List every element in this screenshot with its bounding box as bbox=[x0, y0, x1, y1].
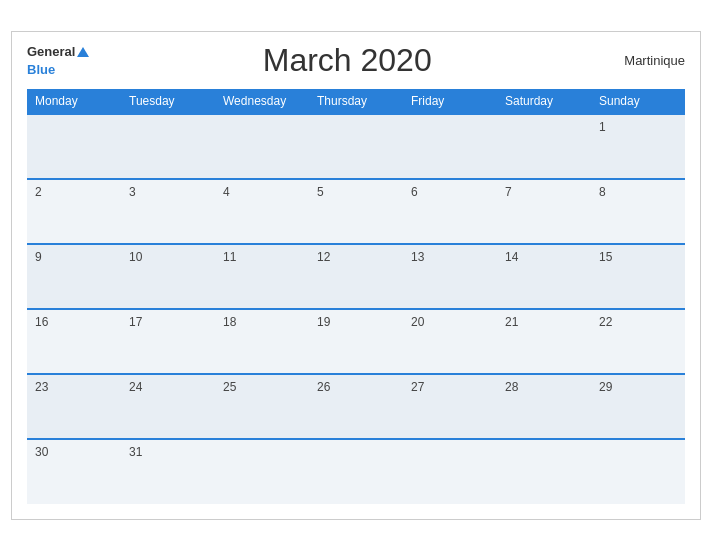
calendar-day-cell: 9 bbox=[27, 244, 121, 309]
day-number: 4 bbox=[223, 185, 230, 199]
logo-area: General Blue bbox=[27, 42, 89, 77]
calendar-day-cell: 10 bbox=[121, 244, 215, 309]
logo-general-text: General bbox=[27, 44, 75, 59]
day-number: 11 bbox=[223, 250, 236, 264]
calendar-week-row: 9101112131415 bbox=[27, 244, 685, 309]
calendar-day-cell: 4 bbox=[215, 179, 309, 244]
calendar-day-cell: 16 bbox=[27, 309, 121, 374]
calendar-day-cell: 23 bbox=[27, 374, 121, 439]
calendar-day-cell: 13 bbox=[403, 244, 497, 309]
calendar-day-cell: 25 bbox=[215, 374, 309, 439]
calendar-day-cell bbox=[121, 114, 215, 179]
day-number: 25 bbox=[223, 380, 236, 394]
day-number: 2 bbox=[35, 185, 42, 199]
calendar-container: General Blue March 2020 Martinique Monda… bbox=[11, 31, 701, 520]
calendar-region: Martinique bbox=[605, 53, 685, 68]
calendar-day-cell: 7 bbox=[497, 179, 591, 244]
day-number: 3 bbox=[129, 185, 136, 199]
calendar-day-cell bbox=[591, 439, 685, 504]
calendar-day-cell: 30 bbox=[27, 439, 121, 504]
calendar-day-cell bbox=[309, 439, 403, 504]
calendar-day-cell: 17 bbox=[121, 309, 215, 374]
calendar-day-cell: 8 bbox=[591, 179, 685, 244]
day-number: 7 bbox=[505, 185, 512, 199]
day-number: 1 bbox=[599, 120, 606, 134]
day-number: 14 bbox=[505, 250, 518, 264]
day-number: 13 bbox=[411, 250, 424, 264]
calendar-day-cell: 31 bbox=[121, 439, 215, 504]
calendar-day-cell bbox=[215, 439, 309, 504]
logo-triangle-icon bbox=[77, 47, 89, 57]
calendar-day-cell bbox=[403, 114, 497, 179]
calendar-day-cell bbox=[497, 114, 591, 179]
day-number: 15 bbox=[599, 250, 612, 264]
weekday-header-tuesday: Tuesday bbox=[121, 89, 215, 114]
calendar-title: March 2020 bbox=[89, 42, 605, 79]
day-number: 22 bbox=[599, 315, 612, 329]
day-number: 29 bbox=[599, 380, 612, 394]
calendar-week-row: 3031 bbox=[27, 439, 685, 504]
calendar-day-cell bbox=[403, 439, 497, 504]
calendar-week-row: 2345678 bbox=[27, 179, 685, 244]
calendar-day-cell: 24 bbox=[121, 374, 215, 439]
weekday-header-monday: Monday bbox=[27, 89, 121, 114]
day-number: 21 bbox=[505, 315, 518, 329]
day-number: 17 bbox=[129, 315, 142, 329]
weekday-header-wednesday: Wednesday bbox=[215, 89, 309, 114]
day-number: 12 bbox=[317, 250, 330, 264]
calendar-day-cell: 2 bbox=[27, 179, 121, 244]
calendar-day-cell: 29 bbox=[591, 374, 685, 439]
calendar-day-cell: 12 bbox=[309, 244, 403, 309]
logo-blue-text: Blue bbox=[27, 62, 55, 77]
calendar-day-cell bbox=[497, 439, 591, 504]
calendar-day-cell: 26 bbox=[309, 374, 403, 439]
calendar-day-cell: 15 bbox=[591, 244, 685, 309]
day-number: 24 bbox=[129, 380, 142, 394]
day-number: 10 bbox=[129, 250, 142, 264]
weekday-header-friday: Friday bbox=[403, 89, 497, 114]
calendar-day-cell: 5 bbox=[309, 179, 403, 244]
calendar-day-cell bbox=[215, 114, 309, 179]
calendar-day-cell: 3 bbox=[121, 179, 215, 244]
day-number: 23 bbox=[35, 380, 48, 394]
day-number: 18 bbox=[223, 315, 236, 329]
day-number: 16 bbox=[35, 315, 48, 329]
calendar-week-row: 1 bbox=[27, 114, 685, 179]
calendar-week-row: 23242526272829 bbox=[27, 374, 685, 439]
calendar-day-cell: 20 bbox=[403, 309, 497, 374]
day-number: 8 bbox=[599, 185, 606, 199]
logo-general-line: General bbox=[27, 42, 89, 60]
day-number: 5 bbox=[317, 185, 324, 199]
weekday-header-thursday: Thursday bbox=[309, 89, 403, 114]
calendar-day-cell: 18 bbox=[215, 309, 309, 374]
calendar-day-cell bbox=[27, 114, 121, 179]
day-number: 6 bbox=[411, 185, 418, 199]
day-number: 26 bbox=[317, 380, 330, 394]
weekday-header-row: MondayTuesdayWednesdayThursdayFridaySatu… bbox=[27, 89, 685, 114]
calendar-day-cell: 11 bbox=[215, 244, 309, 309]
calendar-day-cell: 28 bbox=[497, 374, 591, 439]
calendar-header: General Blue March 2020 Martinique bbox=[27, 42, 685, 79]
day-number: 27 bbox=[411, 380, 424, 394]
day-number: 30 bbox=[35, 445, 48, 459]
calendar-day-cell bbox=[309, 114, 403, 179]
calendar-day-cell: 19 bbox=[309, 309, 403, 374]
calendar-day-cell: 22 bbox=[591, 309, 685, 374]
day-number: 19 bbox=[317, 315, 330, 329]
day-number: 31 bbox=[129, 445, 142, 459]
calendar-day-cell: 1 bbox=[591, 114, 685, 179]
calendar-day-cell: 14 bbox=[497, 244, 591, 309]
weekday-header-saturday: Saturday bbox=[497, 89, 591, 114]
calendar-day-cell: 6 bbox=[403, 179, 497, 244]
day-number: 28 bbox=[505, 380, 518, 394]
calendar-week-row: 16171819202122 bbox=[27, 309, 685, 374]
weekday-header-sunday: Sunday bbox=[591, 89, 685, 114]
calendar-table: MondayTuesdayWednesdayThursdayFridaySatu… bbox=[27, 89, 685, 504]
day-number: 9 bbox=[35, 250, 42, 264]
calendar-day-cell: 21 bbox=[497, 309, 591, 374]
day-number: 20 bbox=[411, 315, 424, 329]
calendar-day-cell: 27 bbox=[403, 374, 497, 439]
